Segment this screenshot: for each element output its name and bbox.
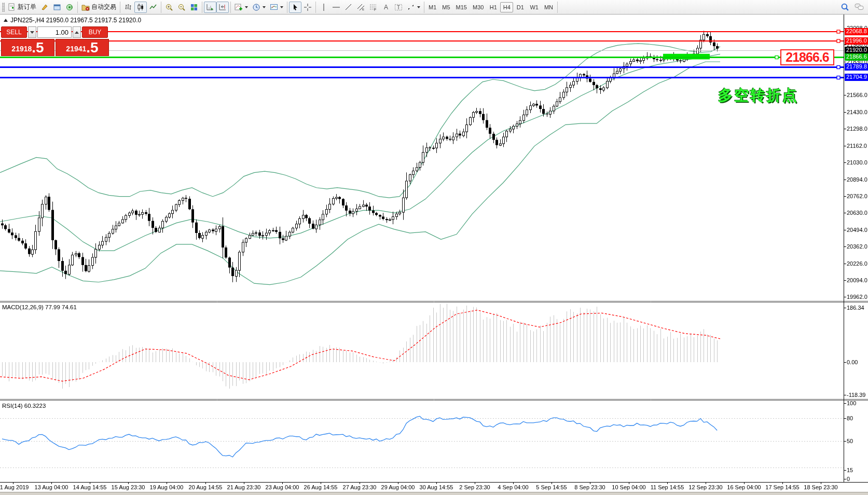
zoom-in-icon [165, 3, 173, 11]
trendline-icon [345, 3, 353, 11]
timeframe-w1[interactable]: W1 [527, 2, 541, 12]
macd-indicator-label: MACD(12,26,9) 77.99 74.61 [2, 304, 77, 310]
window-bottom-edge [0, 492, 868, 495]
bar-chart-button[interactable] [122, 2, 134, 13]
sell-price-main: 21918 [11, 43, 32, 55]
indicators-dropdown-caret [245, 6, 248, 8]
periods-button[interactable] [250, 2, 268, 13]
toolbar-separator [557, 2, 558, 13]
text-label-button[interactable]: T [392, 2, 405, 13]
one-click-trade-panel: SELL 1.00 BUY 21918.5 21941.5 [1, 26, 109, 56]
indicators-button[interactable] [232, 2, 250, 13]
toolbar-grip[interactable] [2, 3, 5, 12]
tile-windows-button[interactable] [188, 2, 200, 13]
periods-dropdown-caret [263, 6, 266, 8]
timeframe-h1[interactable]: H1 [487, 2, 500, 12]
arrows-dropdown-caret [417, 6, 420, 8]
signal-icon [65, 3, 74, 11]
sell-price-fraction: .5 [32, 40, 44, 55]
chart-shift-icon [218, 3, 227, 11]
timeframe-m1[interactable]: M1 [426, 2, 439, 12]
new-order-label: 新订单 [18, 3, 36, 11]
cursor-button[interactable] [289, 2, 301, 13]
template-icon [270, 3, 278, 11]
alerts-button[interactable] [63, 2, 76, 13]
timeframe-m5[interactable]: M5 [439, 2, 452, 12]
buy-button[interactable]: BUY [82, 26, 108, 38]
chart-title: JPN225-,H4 21950.0 21967.5 21917.5 21920… [4, 17, 141, 24]
chart-title-text: JPN225-,H4 21950.0 21967.5 21917.5 21920… [10, 17, 141, 24]
cursor-icon [291, 3, 299, 11]
toolbar: 新订单 自动交易 E F A T [0, 0, 868, 15]
mt4-window: 新订单 自动交易 E F A T [0, 0, 868, 495]
chart-area[interactable]: 22098.021966.021830.021566.021430.021298… [0, 15, 868, 495]
vertical-line-button[interactable] [318, 2, 330, 13]
vertical-line-icon [320, 3, 328, 11]
line-chart-icon [149, 3, 157, 11]
timeframe-mn[interactable]: MN [542, 2, 556, 12]
triangle-up-icon [75, 31, 79, 34]
zoom-out-icon [177, 3, 186, 11]
timeframe-toolbar: M1M5M15M30H1H4D1W1MN [426, 2, 556, 12]
new-order-button[interactable]: 新订单 [6, 2, 38, 13]
buy-price-main: 21941 [66, 43, 86, 55]
horizontal-line-button[interactable] [330, 2, 342, 13]
profiles-button[interactable] [51, 2, 63, 13]
chart-shift-button[interactable] [216, 2, 229, 13]
zoom-out-button[interactable] [175, 2, 188, 13]
equidistant-channel-button[interactable]: E [355, 2, 367, 13]
chat-icon[interactable] [855, 3, 864, 11]
candlestick-chart-button[interactable] [134, 2, 147, 13]
auto-trading-icon [81, 3, 90, 11]
auto-trading-label: 自动交易 [91, 3, 116, 11]
svg-text:T: T [397, 4, 400, 10]
chart-annotation-text[interactable]: 多空转折点 [718, 86, 798, 105]
triangle-down-icon [30, 31, 34, 34]
crosshair-icon [304, 3, 312, 11]
trendline-button[interactable] [342, 2, 355, 13]
volume-decrease-button[interactable] [28, 26, 36, 38]
sell-price-display[interactable]: 21918.5 [1, 39, 54, 56]
fibonacci-button[interactable]: F [367, 2, 380, 13]
toolbar-separator [424, 2, 424, 13]
timeframe-h4[interactable]: H4 [500, 2, 513, 12]
timeframe-m30[interactable]: M30 [470, 2, 486, 12]
volume-increase-button[interactable] [73, 26, 81, 38]
toolbar-separator [230, 2, 231, 13]
clock-icon [252, 3, 260, 11]
buy-price-fraction: .5 [86, 40, 98, 55]
svg-text:F: F [374, 8, 376, 11]
price-callout-label[interactable]: 21866.6 [780, 49, 834, 65]
templates-dropdown-caret [280, 6, 283, 8]
auto-scroll-icon [206, 3, 214, 11]
add-indicator-icon [235, 3, 243, 11]
new-order-icon [8, 3, 16, 11]
search-icon[interactable] [841, 3, 849, 11]
volume-input[interactable]: 1.00 [37, 26, 72, 38]
templates-button[interactable] [268, 2, 285, 13]
auto-trading-button[interactable]: 自动交易 [79, 2, 118, 13]
timeframe-m15[interactable]: M15 [453, 2, 470, 12]
candlestick-chart-icon [136, 3, 145, 11]
timeframe-d1[interactable]: D1 [514, 2, 527, 12]
styler-button[interactable] [38, 2, 51, 13]
svg-text:A: A [384, 4, 388, 11]
brush-icon [40, 3, 49, 11]
svg-text:E: E [362, 8, 364, 11]
auto-scroll-button[interactable] [204, 2, 216, 13]
toolbar-separator [287, 2, 287, 13]
buy-price-display[interactable]: 21941.5 [56, 39, 109, 56]
line-chart-button[interactable] [147, 2, 159, 13]
toolbar-separator [202, 2, 202, 13]
sell-button[interactable]: SELL [1, 26, 27, 38]
rsi-indicator-label: RSI(14) 60.3223 [2, 403, 46, 409]
arrows-button[interactable] [405, 2, 422, 13]
collapse-trade-panel-icon[interactable] [4, 19, 8, 22]
text-button[interactable]: A [380, 2, 392, 13]
toolbar-separator [161, 2, 161, 13]
zoom-in-button[interactable] [163, 2, 175, 13]
toolbar-separator [120, 2, 120, 13]
toolbar-separator [77, 2, 78, 13]
crosshair-button[interactable] [301, 2, 314, 13]
fibonacci-icon: F [369, 3, 378, 11]
